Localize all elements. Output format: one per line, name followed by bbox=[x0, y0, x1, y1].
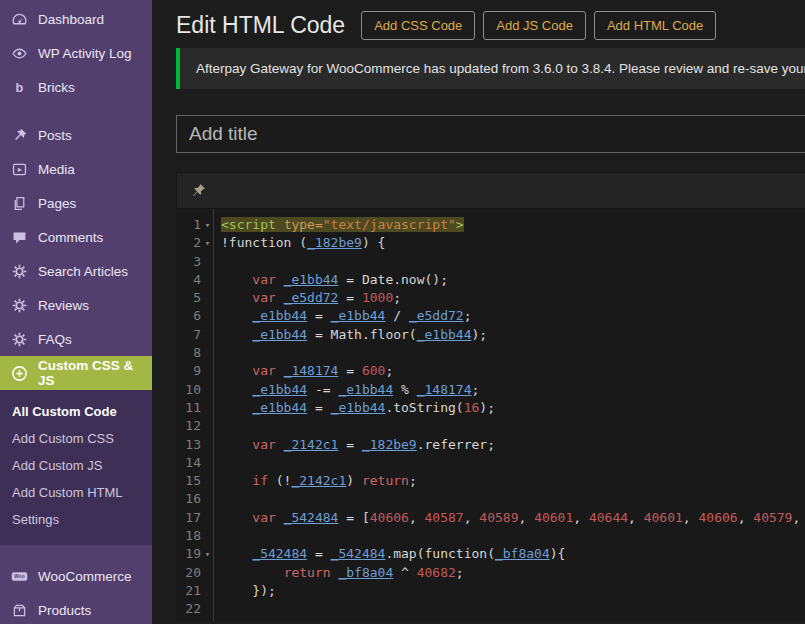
sidebar-item-label: Dashboard bbox=[38, 12, 104, 27]
code-line[interactable]: <script type="text/javascript"> bbox=[214, 216, 805, 234]
code-line[interactable]: var _e1bb44 = Date.now(); bbox=[214, 271, 805, 289]
header-buttons: Add CSS CodeAdd JS CodeAdd HTML Code bbox=[361, 11, 716, 40]
line-number: 22 bbox=[176, 600, 202, 618]
line-number: 5 bbox=[176, 289, 202, 307]
sidebar-item-faqs[interactable]: FAQs bbox=[0, 322, 152, 356]
gutter-line: 1▾ bbox=[176, 216, 213, 234]
pin-icon bbox=[9, 125, 29, 145]
code-line[interactable]: var _542484 = [40606, 40587, 40589, 4060… bbox=[214, 509, 805, 527]
gutter-line: 17 bbox=[176, 509, 213, 527]
fold-arrow-icon[interactable]: ▾ bbox=[202, 234, 213, 252]
code-line[interactable] bbox=[214, 600, 805, 618]
gutter-line: 4 bbox=[176, 271, 213, 289]
fold-gutter-spacer bbox=[202, 289, 213, 307]
code-line[interactable] bbox=[214, 527, 805, 545]
sidebar-item-woocommerce[interactable]: WooWooCommerce bbox=[0, 559, 152, 593]
code-line[interactable] bbox=[214, 253, 805, 271]
gear-icon bbox=[9, 261, 29, 281]
admin-sidebar: DashboardWP Activity LogbBricksPostsMedi… bbox=[0, 0, 152, 624]
gutter-line: 20 bbox=[176, 564, 213, 582]
fold-gutter-spacer bbox=[202, 600, 213, 618]
sidebar-item-dashboard[interactable]: Dashboard bbox=[0, 2, 152, 36]
sidebar-item-search-articles[interactable]: Search Articles bbox=[0, 254, 152, 288]
gutter-line: 6 bbox=[176, 307, 213, 325]
sidebar-item-wp-activity-log[interactable]: WP Activity Log bbox=[0, 36, 152, 70]
code-line[interactable]: _542484 = _542484.map(function(_bf8a04){ bbox=[214, 545, 805, 563]
plus-circle-icon bbox=[9, 363, 29, 383]
code-line[interactable]: return _bf8a04 ^ 40682; bbox=[214, 564, 805, 582]
line-number: 12 bbox=[176, 417, 202, 435]
line-number: 3 bbox=[176, 253, 202, 271]
editor-gutter: 1▾2▾345678910111213141516171819▾202122 bbox=[176, 209, 214, 621]
add-css-code-button[interactable]: Add CSS Code bbox=[361, 11, 475, 40]
gutter-line: 16 bbox=[176, 490, 213, 508]
line-number: 10 bbox=[176, 381, 202, 399]
line-number: 18 bbox=[176, 527, 202, 545]
pin-icon[interactable] bbox=[190, 182, 207, 199]
sidebar-item-comments[interactable]: Comments bbox=[0, 220, 152, 254]
line-number: 17 bbox=[176, 509, 202, 527]
sidebar-item-media[interactable]: Media bbox=[0, 152, 152, 186]
gutter-line: 13 bbox=[176, 436, 213, 454]
code-line[interactable] bbox=[214, 417, 805, 435]
fold-arrow-icon[interactable]: ▾ bbox=[202, 545, 213, 563]
code-line[interactable]: _e1bb44 = _e1bb44 / _e5dd72; bbox=[214, 307, 805, 325]
code-line[interactable] bbox=[214, 454, 805, 472]
line-number: 9 bbox=[176, 362, 202, 380]
sidebar-item-bricks[interactable]: bBricks bbox=[0, 70, 152, 104]
add-html-code-button[interactable]: Add HTML Code bbox=[594, 11, 716, 40]
title-input[interactable] bbox=[176, 115, 805, 153]
code-line[interactable]: _e1bb44 = _e1bb44.toString(16); bbox=[214, 399, 805, 417]
fold-gutter-spacer bbox=[202, 307, 213, 325]
fold-gutter-spacer bbox=[202, 417, 213, 435]
code-editor[interactable]: 1▾2▾345678910111213141516171819▾202122 <… bbox=[176, 209, 805, 621]
code-line[interactable] bbox=[214, 490, 805, 508]
sidebar-item-posts[interactable]: Posts bbox=[0, 118, 152, 152]
code-line[interactable]: if (!_2142c1) return; bbox=[214, 472, 805, 490]
submenu-item-all-custom-code[interactable]: All Custom Code bbox=[0, 398, 152, 425]
submenu-item-add-custom-js[interactable]: Add Custom JS bbox=[0, 452, 152, 479]
code-line[interactable] bbox=[214, 344, 805, 362]
sidebar-item-pages[interactable]: Pages bbox=[0, 186, 152, 220]
sidebar-item-label: Comments bbox=[38, 230, 103, 245]
sidebar-item-label: Products bbox=[38, 603, 91, 618]
fold-arrow-icon[interactable]: ▾ bbox=[202, 216, 213, 234]
gutter-line: 15 bbox=[176, 472, 213, 490]
fold-gutter-spacer bbox=[202, 436, 213, 454]
fold-gutter-spacer bbox=[202, 344, 213, 362]
line-number: 14 bbox=[176, 454, 202, 472]
gutter-line: 9 bbox=[176, 362, 213, 380]
submenu-item-add-custom-css[interactable]: Add Custom CSS bbox=[0, 425, 152, 452]
fold-gutter-spacer bbox=[202, 564, 213, 582]
code-line[interactable]: var _148174 = 600; bbox=[214, 362, 805, 380]
media-icon bbox=[9, 159, 29, 179]
code-line[interactable]: !function (_182be9) { bbox=[214, 234, 805, 252]
sidebar-item-reviews[interactable]: Reviews bbox=[0, 288, 152, 322]
gutter-line: 5 bbox=[176, 289, 213, 307]
sidebar-item-label: Bricks bbox=[38, 80, 75, 95]
line-number: 19 bbox=[176, 545, 202, 563]
code-line[interactable]: }); bbox=[214, 582, 805, 600]
add-js-code-button[interactable]: Add JS Code bbox=[483, 11, 586, 40]
submenu-item-settings[interactable]: Settings bbox=[0, 506, 152, 533]
fold-gutter-spacer bbox=[202, 509, 213, 527]
fold-gutter-spacer bbox=[202, 253, 213, 271]
code-line[interactable]: _e1bb44 = Math.floor(_e1bb44); bbox=[214, 326, 805, 344]
fold-gutter-spacer bbox=[202, 326, 213, 344]
main-content: Edit HTML Code Add CSS CodeAdd JS CodeAd… bbox=[152, 0, 805, 624]
gutter-line: 2▾ bbox=[176, 234, 213, 252]
page-title: Edit HTML Code bbox=[176, 12, 345, 39]
code-line[interactable]: _e1bb44 -= _e1bb44 % _148174; bbox=[214, 381, 805, 399]
gutter-line: 3 bbox=[176, 253, 213, 271]
gutter-line: 14 bbox=[176, 454, 213, 472]
sidebar-item-custom-css-and-js[interactable]: Custom CSS & JS bbox=[0, 356, 152, 390]
code-line[interactable]: var _2142c1 = _182be9.referrer; bbox=[214, 436, 805, 454]
sidebar-item-products[interactable]: Products bbox=[0, 593, 152, 624]
code-line[interactable]: var _e5dd72 = 1000; bbox=[214, 289, 805, 307]
sidebar-item-label: Search Articles bbox=[38, 264, 128, 279]
pages-icon bbox=[9, 193, 29, 213]
submenu-item-add-custom-html[interactable]: Add Custom HTML bbox=[0, 479, 152, 506]
line-number: 7 bbox=[176, 326, 202, 344]
line-number: 4 bbox=[176, 271, 202, 289]
line-number: 13 bbox=[176, 436, 202, 454]
